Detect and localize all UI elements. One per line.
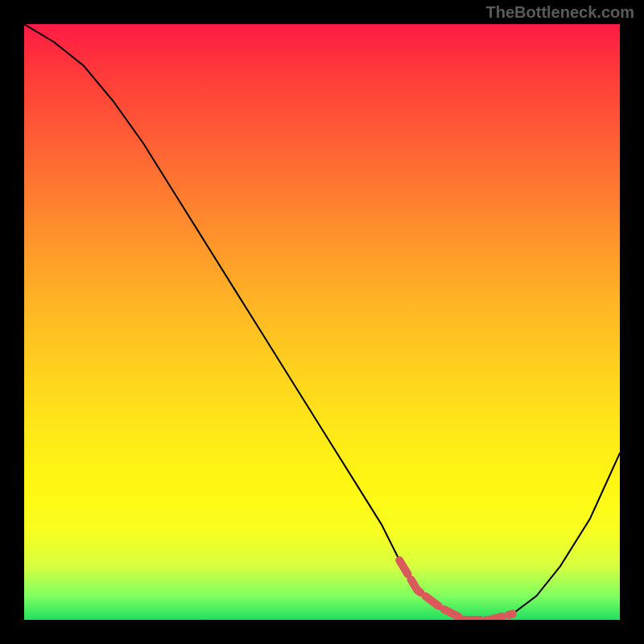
watermark-text: TheBottleneck.com [486, 3, 634, 22]
chart-plot-area [24, 24, 620, 620]
bottleneck-curve-line [24, 24, 620, 620]
chart-curve-svg [24, 24, 620, 620]
bottleneck-curve-highlight [399, 560, 513, 620]
